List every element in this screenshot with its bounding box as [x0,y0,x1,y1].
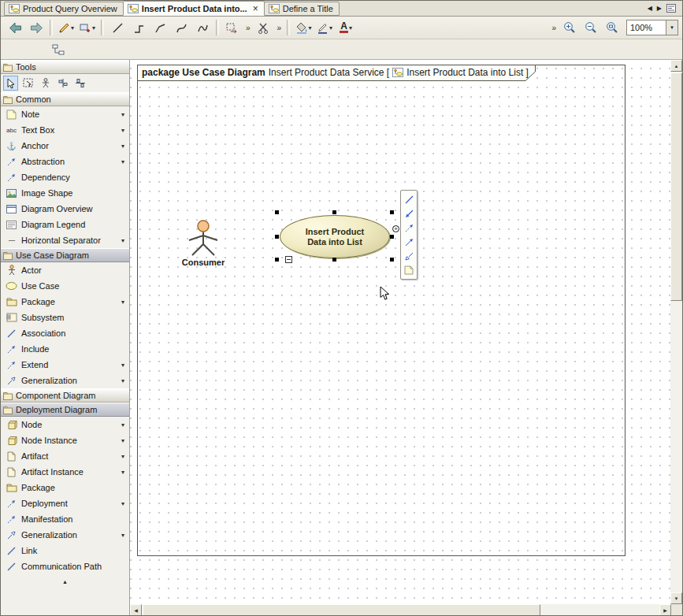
horizontal-scroll-thumb[interactable] [143,604,540,616]
palette-item-artifact-instance[interactable]: Artifact Instance ▾ [1,464,129,480]
draw-path-button[interactable] [403,194,415,205]
tab-product-query-overview[interactable]: Product Query Overview [4,2,124,16]
palette-item-note[interactable]: Note ▾ [1,106,129,122]
palette-item-link[interactable]: Link [1,543,129,558]
bezier-style-button[interactable] [171,19,191,36]
palette-item-package[interactable]: Package ▾ [1,294,129,310]
pointer-tool[interactable] [3,76,18,91]
diagram-canvas[interactable]: package Use Case Diagram Insert Product … [130,60,671,604]
section-header-use-case-diagram[interactable]: Use Case Diagram [1,248,129,262]
selection-handle-w[interactable] [275,235,279,239]
dropdown-caret-icon[interactable]: ▾ [121,532,127,539]
marquee-tool[interactable] [20,76,35,91]
spline-style-button[interactable] [192,19,213,36]
zoom-in-button[interactable] [559,19,580,36]
oblique-style-button[interactable] [150,19,170,36]
palette-item-communication-path[interactable]: Communication Path [1,558,129,574]
generalization-handle[interactable] [403,250,415,262]
compartment-toggle-icon[interactable] [285,255,292,265]
palette-item-subsystem[interactable]: Subsystem [1,310,129,325]
palette-item-artifact[interactable]: Artifact ▾ [1,448,129,464]
forward-button[interactable] [26,19,46,36]
palette-item-association[interactable]: Association [1,325,129,341]
align-horizontal-tool[interactable] [72,76,87,91]
palette-item-deployment[interactable]: Deployment ▾ [1,495,129,511]
palette-item-node-instance[interactable]: Node Instance ▾ [1,432,129,448]
toolbar-overflow-chevron-icon[interactable]: » [275,24,284,32]
palette-item-text-box[interactable]: abc Text Box ▾ [1,122,129,138]
quick-actor-tool[interactable] [38,76,53,91]
palette-item-horizontal-separator[interactable]: ---- Horizontal Separator ▾ [1,232,129,248]
dropdown-caret-icon[interactable]: ▾ [92,24,95,32]
usecase-insert-product-data[interactable]: Insert Product Data into List [280,215,390,258]
line-color-button[interactable]: ▾ [314,19,335,36]
vertical-scrollbar[interactable]: ▲ ▼ [670,60,682,604]
zoom-dropdown-icon[interactable]: ▾ [666,20,677,35]
align-vertical-tool[interactable] [55,76,70,91]
palette-item-anchor[interactable]: ⚓ Anchor ▾ [1,138,129,154]
palette-item-diagram-legend[interactable]: Diagram Legend [1,217,129,232]
palette-item-node[interactable]: Node ▾ [1,417,129,432]
dropdown-caret-icon[interactable]: ▾ [329,24,332,32]
palette-item-extend[interactable]: Extend ▾ [1,357,129,373]
expand-handle[interactable]: + [392,225,399,232]
fill-color-button[interactable]: ▾ [293,19,314,36]
selection-handle-se[interactable] [390,258,394,262]
include-handle[interactable] [403,222,415,233]
selection-handle-e[interactable] [390,235,394,239]
palette-item-use-case[interactable]: Use Case [1,278,129,294]
tab-list-icon[interactable] [666,4,676,13]
dropdown-caret-icon[interactable]: ▾ [121,111,127,118]
dropdown-caret-icon[interactable]: ▾ [121,500,127,507]
selection-handle-nw[interactable] [275,210,279,214]
palette-item-package[interactable]: Package [1,480,129,495]
tab-insert-product-data-into[interactable]: Insert Product Data into... × [123,1,265,16]
font-color-button[interactable]: A ▾ [336,19,356,36]
palette-item-dependency[interactable]: Dependency [1,169,129,185]
palette-item-actor[interactable]: Actor [1,262,129,278]
line-style-button[interactable] [107,19,128,36]
section-header-tools[interactable]: Tools [1,60,129,74]
section-header-deployment-diagram[interactable]: Deployment Diagram [1,403,129,417]
dropdown-caret-icon[interactable]: ▾ [121,469,127,476]
horizontal-scrollbar[interactable]: ◀ ▶ [130,604,671,616]
zoom-out-button[interactable] [581,19,601,36]
draw-tool-button[interactable]: ▾ [56,19,76,36]
palette-item-generalization[interactable]: Generalization ▾ [1,373,129,388]
scroll-up-button[interactable]: ▲ [670,60,682,72]
toolbar-overflow-chevron-icon[interactable]: » [549,24,559,32]
previous-tab-icon[interactable]: ◀ [648,6,652,12]
zoom-fit-button[interactable] [602,19,622,36]
scroll-left-button[interactable]: ◀ [130,604,142,616]
comment-handle[interactable] [403,265,415,276]
dropdown-caret-icon[interactable]: ▾ [121,362,127,369]
selection-handle-s[interactable] [332,258,336,262]
refactor-selection-button[interactable] [222,19,243,36]
next-tab-icon[interactable]: ▶ [657,6,662,12]
dropdown-caret-icon[interactable]: ▾ [121,127,127,134]
dropdown-caret-icon[interactable]: ▾ [121,377,127,384]
zoom-combobox[interactable]: 100% ▾ [626,20,678,35]
dependency-handle[interactable] [403,236,415,247]
selection-handle-ne[interactable] [390,210,394,214]
tab-define-a-title[interactable]: Define a Title [264,2,340,16]
palette-collapse-button[interactable]: ▲ [1,576,129,588]
dropdown-caret-icon[interactable]: ▾ [121,299,127,306]
palette-item-manifestation[interactable]: Manifestation [1,511,129,527]
rectilinear-style-button[interactable] [128,19,149,36]
palette-item-abstraction[interactable]: Abstraction ▾ [1,154,129,169]
dropdown-caret-icon[interactable]: ▾ [309,24,312,32]
actor-consumer[interactable]: Consumer [186,220,221,267]
tab-close-icon[interactable]: × [253,5,258,13]
add-shape-button[interactable]: ▾ [77,19,98,36]
dropdown-caret-icon[interactable]: ▾ [121,421,127,429]
back-button[interactable] [5,19,25,36]
section-header-component-diagram[interactable]: Component Diagram [1,388,129,403]
scroll-down-button[interactable]: ▼ [670,592,682,604]
palette-item-image-shape[interactable]: Image Shape [1,185,129,201]
palette-item-include[interactable]: Include [1,341,129,357]
dropdown-caret-icon[interactable]: ▾ [121,143,127,150]
scroll-right-button[interactable]: ▶ [659,604,671,616]
dropdown-caret-icon[interactable]: ▾ [121,453,127,460]
selection-handle-n[interactable] [332,210,336,214]
